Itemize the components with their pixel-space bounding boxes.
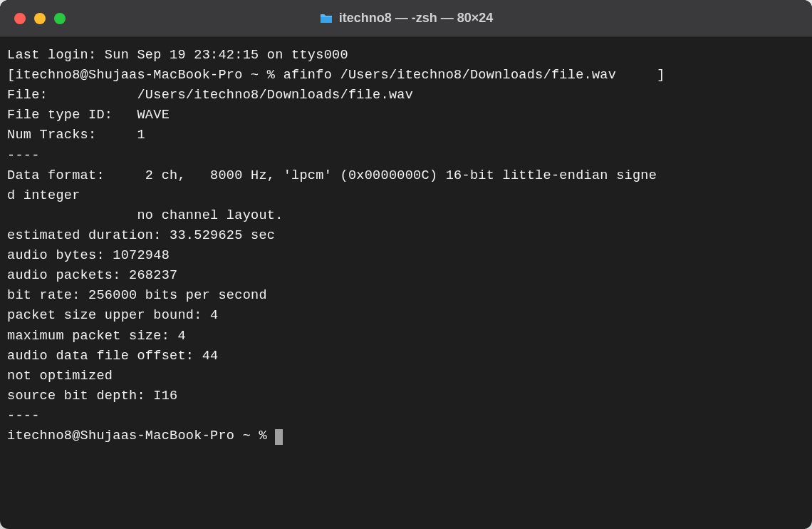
output-data-format-2: d integer bbox=[7, 188, 80, 203]
traffic-lights bbox=[14, 13, 66, 24]
output-bit-rate: bit rate: 256000 bits per second bbox=[7, 288, 267, 303]
output-file: File: /Users/itechno8/Downloads/file.wav bbox=[7, 88, 413, 103]
output-channel-layout: no channel layout. bbox=[7, 208, 283, 223]
output-audio-packets: audio packets: 268237 bbox=[7, 268, 177, 283]
output-data-format-1: Data format: 2 ch, 8000 Hz, 'lpcm' (0x00… bbox=[7, 168, 657, 183]
cursor bbox=[275, 429, 283, 445]
output-packet-upper: packet size upper bound: 4 bbox=[7, 308, 218, 323]
close-button[interactable] bbox=[14, 13, 26, 24]
title-bar: itechno8 — -zsh — 80×24 bbox=[0, 0, 812, 37]
window-title-container: itechno8 — -zsh — 80×24 bbox=[14, 11, 798, 26]
current-prompt: itechno8@Shujaas-MacBook-Pro ~ % bbox=[7, 428, 275, 443]
output-duration: estimated duration: 33.529625 sec bbox=[7, 228, 275, 243]
output-bit-depth: source bit depth: I16 bbox=[7, 389, 177, 404]
folder-icon bbox=[319, 13, 333, 24]
output-separator-2: ---- bbox=[7, 409, 40, 423]
output-not-optimized: not optimized bbox=[7, 369, 113, 384]
last-login-line: Last login: Sun Sep 19 23:42:15 on ttys0… bbox=[7, 48, 348, 63]
terminal-window: itechno8 — -zsh — 80×24 Last login: Sun … bbox=[0, 0, 812, 529]
output-num-tracks: Num Tracks: 1 bbox=[7, 128, 145, 143]
output-separator: ---- bbox=[7, 148, 40, 163]
terminal-body[interactable]: Last login: Sun Sep 19 23:42:15 on ttys0… bbox=[0, 37, 812, 529]
output-file-type: File type ID: WAVE bbox=[7, 108, 170, 123]
window-title: itechno8 — -zsh — 80×24 bbox=[339, 11, 494, 26]
output-audio-bytes: audio bytes: 1072948 bbox=[7, 248, 170, 263]
output-max-packet: maximum packet size: 4 bbox=[7, 329, 186, 344]
minimize-button[interactable] bbox=[34, 13, 46, 24]
maximize-button[interactable] bbox=[54, 13, 66, 24]
output-file-offset: audio data file offset: 44 bbox=[7, 349, 218, 364]
command-line: [itechno8@Shujaas-MacBook-Pro ~ % afinfo… bbox=[7, 68, 665, 83]
